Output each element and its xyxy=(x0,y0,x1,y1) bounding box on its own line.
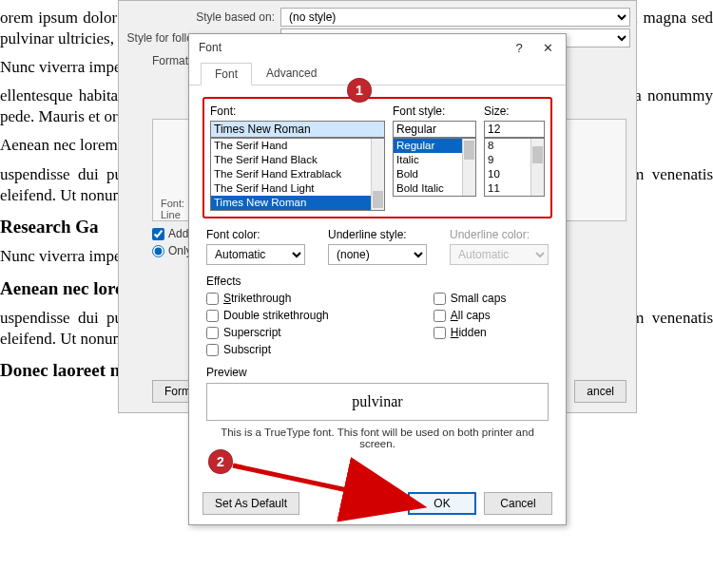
style-based-on-select[interactable]: (no style) xyxy=(280,8,630,27)
list-item[interactable]: The Serif Hand Light xyxy=(211,181,384,196)
cancel-button[interactable]: Cancel xyxy=(484,492,552,515)
font-style-input[interactable] xyxy=(393,121,476,138)
help-button[interactable]: ? xyxy=(505,36,533,59)
effects-label: Effects xyxy=(206,275,549,288)
annotation-highlight-box: Font: The Serif Hand The Serif Hand Blac… xyxy=(202,97,552,218)
tab-font[interactable]: Font xyxy=(201,63,252,85)
close-button[interactable]: ✕ xyxy=(533,36,562,59)
font-size-listbox[interactable]: 8 9 10 11 12 xyxy=(484,138,545,197)
style-cancel-button[interactable]: ancel xyxy=(574,380,626,403)
underline-color-label: Underline color: xyxy=(450,228,549,241)
superscript-checkbox[interactable]: Superscript xyxy=(206,326,329,339)
underline-style-select[interactable]: (none) xyxy=(328,244,427,265)
truetype-note: This is a TrueType font. This font will … xyxy=(202,427,552,449)
add-to-gallery-checkbox[interactable] xyxy=(152,228,164,240)
tab-advanced[interactable]: Advanced xyxy=(252,62,331,85)
list-item[interactable]: The Serif Hand xyxy=(211,139,384,153)
ok-button[interactable]: OK xyxy=(408,492,476,515)
underline-style-label: Underline style: xyxy=(328,228,427,241)
font-dialog: Font ? ✕ Font Advanced Font: The Serif H… xyxy=(188,33,567,525)
font-size-label: Size: xyxy=(484,104,545,118)
preview-text: pulvinar xyxy=(352,393,402,410)
dialog-tabs: Font Advanced xyxy=(189,61,566,85)
scrollbar[interactable] xyxy=(371,139,384,210)
only-this-doc-radio[interactable] xyxy=(152,245,164,257)
font-style-label: Font style: xyxy=(393,104,476,118)
list-item[interactable]: 12 xyxy=(485,196,544,197)
list-item[interactable]: Times New Roman xyxy=(211,196,384,210)
preview-box: pulvinar xyxy=(206,383,549,421)
list-item[interactable]: The Serif Hand Extrablack xyxy=(211,167,384,181)
font-style-listbox[interactable]: Regular Italic Bold Bold Italic xyxy=(393,138,476,197)
scrollbar[interactable] xyxy=(462,139,475,196)
double-strikethrough-checkbox[interactable]: Double strikethrough xyxy=(206,309,329,322)
scrollbar[interactable] xyxy=(530,139,544,196)
underline-color-select: Automatic xyxy=(450,244,549,265)
dialog-titlebar: Font ? ✕ xyxy=(189,34,566,61)
strikethrough-checkbox[interactable]: Strikethrough xyxy=(206,292,329,305)
subscript-checkbox[interactable]: Subscript xyxy=(206,343,329,356)
annotation-1: 1 xyxy=(347,78,372,103)
small-caps-checkbox[interactable]: Small caps xyxy=(434,292,507,305)
hidden-checkbox[interactable]: Hidden xyxy=(434,326,507,339)
preview-label: Preview xyxy=(206,366,549,379)
font-name-input[interactable] xyxy=(210,121,385,138)
close-icon: ✕ xyxy=(543,41,553,55)
all-caps-checkbox[interactable]: All caps xyxy=(434,309,507,322)
font-listbox[interactable]: The Serif Hand The Serif Hand Black The … xyxy=(210,138,385,211)
font-size-input[interactable] xyxy=(484,121,545,138)
set-as-default-button[interactable]: Set As Default xyxy=(202,492,299,515)
dialog-title: Font xyxy=(199,41,222,54)
style-based-on-label: Style based on: xyxy=(119,10,280,24)
annotation-2: 2 xyxy=(208,449,233,474)
font-color-label: Font color: xyxy=(206,228,305,241)
list-item[interactable]: The Serif Hand Black xyxy=(211,153,384,167)
font-label: Font: xyxy=(210,104,385,118)
add-to-gallery-label: Add xyxy=(168,227,188,240)
font-color-select[interactable]: Automatic xyxy=(206,244,305,265)
